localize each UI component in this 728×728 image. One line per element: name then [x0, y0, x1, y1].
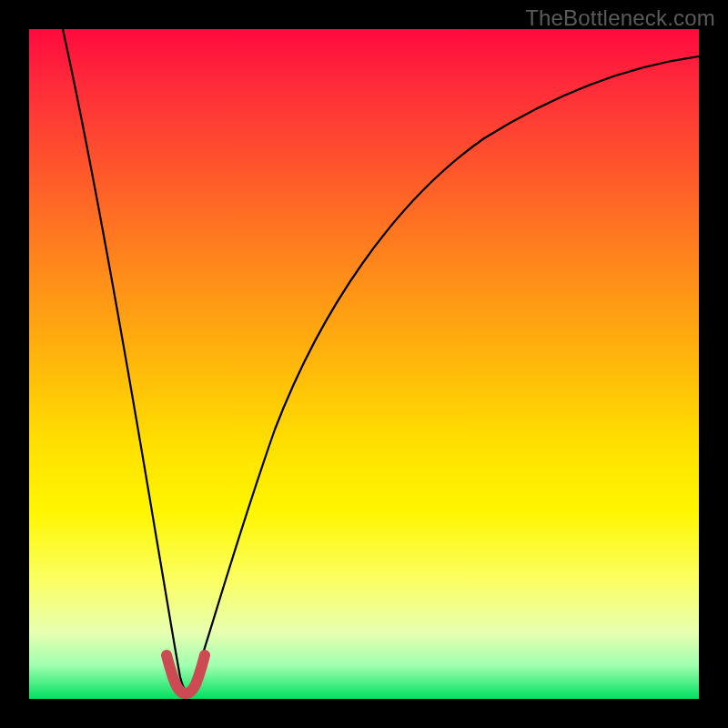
chart-frame: TheBottleneck.com — [0, 0, 728, 728]
watermark-text: TheBottleneck.com — [525, 5, 715, 31]
chart-svg — [29, 29, 699, 699]
bottleneck-curve — [63, 29, 699, 690]
fit-marker — [167, 655, 205, 693]
plot-area — [29, 29, 699, 699]
